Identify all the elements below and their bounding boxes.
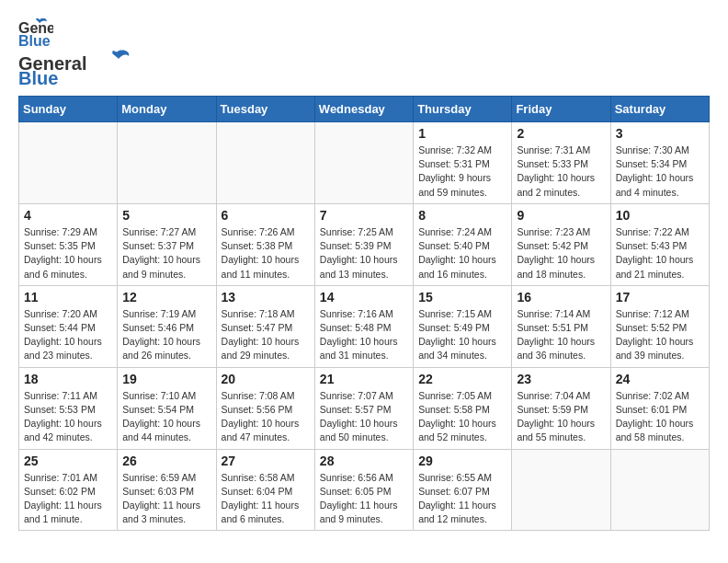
day-info: Sunrise: 7:30 AMSunset: 5:34 PMDaylight:…	[616, 144, 704, 200]
day-number: 22	[418, 372, 506, 386]
day-info: Sunrise: 7:24 AMSunset: 5:40 PMDaylight:…	[418, 225, 506, 282]
day-number: 26	[122, 454, 210, 468]
calendar-cell: 1Sunrise: 7:32 AMSunset: 5:31 PMDaylight…	[414, 122, 512, 204]
day-number: 23	[517, 372, 605, 386]
calendar-cell: 2Sunrise: 7:31 AMSunset: 5:33 PMDaylight…	[512, 122, 610, 204]
day-number: 9	[517, 208, 605, 223]
header: General Blue General Blue	[18, 18, 710, 86]
day-number: 14	[320, 290, 408, 304]
calendar-cell	[610, 449, 709, 531]
calendar-cell: 24Sunrise: 7:02 AMSunset: 6:01 PMDayligh…	[610, 367, 709, 449]
calendar-cell: 7Sunrise: 7:25 AMSunset: 5:39 PMDaylight…	[314, 203, 413, 285]
week-row-2: 4Sunrise: 7:29 AMSunset: 5:35 PMDaylight…	[19, 203, 710, 285]
day-number: 28	[320, 454, 408, 468]
logo: General Blue General Blue	[18, 18, 138, 86]
calendar-cell	[512, 449, 610, 531]
weekday-header-wednesday: Wednesday	[314, 97, 413, 122]
day-info: Sunrise: 7:23 AMSunset: 5:42 PMDaylight:…	[517, 225, 605, 282]
calendar-cell	[118, 122, 216, 204]
day-info: Sunrise: 7:15 AMSunset: 5:49 PMDaylight:…	[418, 307, 506, 363]
day-number: 4	[24, 208, 112, 223]
calendar-cell: 18Sunrise: 7:11 AMSunset: 5:53 PMDayligh…	[19, 367, 118, 449]
day-info: Sunrise: 7:04 AMSunset: 5:59 PMDaylight:…	[517, 389, 605, 445]
day-number: 27	[222, 454, 310, 468]
day-number: 6	[222, 208, 310, 223]
week-row-1: 1Sunrise: 7:32 AMSunset: 5:31 PMDaylight…	[19, 122, 710, 204]
calendar-cell: 6Sunrise: 7:26 AMSunset: 5:38 PMDaylight…	[216, 203, 314, 285]
calendar-cell: 20Sunrise: 7:08 AMSunset: 5:56 PMDayligh…	[216, 367, 314, 449]
day-info: Sunrise: 7:20 AMSunset: 5:44 PMDaylight:…	[24, 307, 112, 363]
day-number: 19	[122, 372, 210, 386]
calendar-cell: 11Sunrise: 7:20 AMSunset: 5:44 PMDayligh…	[19, 285, 118, 367]
day-info: Sunrise: 7:10 AMSunset: 5:54 PMDaylight:…	[122, 389, 210, 445]
calendar-cell: 29Sunrise: 6:55 AMSunset: 6:07 PMDayligh…	[414, 449, 512, 531]
day-info: Sunrise: 7:11 AMSunset: 5:53 PMDaylight:…	[24, 389, 112, 445]
calendar-cell: 19Sunrise: 7:10 AMSunset: 5:54 PMDayligh…	[118, 367, 216, 449]
calendar-cell	[19, 122, 118, 204]
day-number: 18	[24, 372, 112, 386]
day-info: Sunrise: 7:19 AMSunset: 5:46 PMDaylight:…	[122, 307, 210, 363]
calendar-cell: 4Sunrise: 7:29 AMSunset: 5:35 PMDaylight…	[19, 203, 118, 285]
calendar-cell: 27Sunrise: 6:58 AMSunset: 6:04 PMDayligh…	[216, 449, 314, 531]
calendar-cell: 14Sunrise: 7:16 AMSunset: 5:48 PMDayligh…	[314, 285, 413, 367]
day-number: 1	[418, 126, 506, 141]
day-info: Sunrise: 6:58 AMSunset: 6:04 PMDaylight:…	[222, 471, 310, 527]
week-row-5: 25Sunrise: 7:01 AMSunset: 6:02 PMDayligh…	[19, 449, 710, 531]
day-info: Sunrise: 7:02 AMSunset: 6:01 PMDaylight:…	[616, 389, 704, 445]
day-info: Sunrise: 6:55 AMSunset: 6:07 PMDaylight:…	[418, 471, 506, 527]
day-info: Sunrise: 7:29 AMSunset: 5:35 PMDaylight:…	[24, 225, 112, 282]
day-info: Sunrise: 7:01 AMSunset: 6:02 PMDaylight:…	[24, 471, 112, 527]
calendar-cell: 13Sunrise: 7:18 AMSunset: 5:47 PMDayligh…	[216, 285, 314, 367]
calendar-cell: 8Sunrise: 7:24 AMSunset: 5:40 PMDaylight…	[414, 203, 512, 285]
calendar-cell: 25Sunrise: 7:01 AMSunset: 6:02 PMDayligh…	[19, 449, 118, 531]
calendar-cell: 23Sunrise: 7:04 AMSunset: 5:59 PMDayligh…	[512, 367, 610, 449]
weekday-header-row: SundayMondayTuesdayWednesdayThursdayFrid…	[19, 97, 710, 122]
day-number: 20	[222, 372, 310, 386]
calendar-cell: 17Sunrise: 7:12 AMSunset: 5:52 PMDayligh…	[610, 285, 709, 367]
day-info: Sunrise: 7:07 AMSunset: 5:57 PMDaylight:…	[320, 389, 408, 445]
day-info: Sunrise: 7:05 AMSunset: 5:58 PMDaylight:…	[418, 389, 506, 445]
svg-text:Blue: Blue	[18, 68, 58, 86]
day-info: Sunrise: 6:59 AMSunset: 6:03 PMDaylight:…	[122, 471, 210, 527]
day-info: Sunrise: 7:16 AMSunset: 5:48 PMDaylight:…	[320, 307, 408, 363]
day-info: Sunrise: 7:18 AMSunset: 5:47 PMDaylight:…	[222, 307, 310, 363]
day-info: Sunrise: 7:14 AMSunset: 5:51 PMDaylight:…	[517, 307, 605, 363]
calendar-cell: 15Sunrise: 7:15 AMSunset: 5:49 PMDayligh…	[414, 285, 512, 367]
calendar-cell: 28Sunrise: 6:56 AMSunset: 6:05 PMDayligh…	[314, 449, 413, 531]
day-number: 21	[320, 372, 408, 386]
day-number: 16	[517, 290, 605, 304]
weekday-header-thursday: Thursday	[414, 97, 512, 122]
day-number: 15	[418, 290, 506, 304]
day-number: 8	[418, 208, 506, 223]
calendar-cell: 26Sunrise: 6:59 AMSunset: 6:03 PMDayligh…	[118, 449, 216, 531]
day-number: 10	[616, 208, 704, 223]
day-number: 24	[616, 372, 704, 386]
logo-full: General Blue	[18, 50, 138, 86]
day-info: Sunrise: 7:27 AMSunset: 5:37 PMDaylight:…	[122, 225, 210, 282]
day-number: 7	[320, 208, 408, 223]
day-number: 11	[24, 290, 112, 304]
logo-icon: General Blue	[18, 18, 53, 48]
day-info: Sunrise: 6:56 AMSunset: 6:05 PMDaylight:…	[320, 471, 408, 527]
calendar-cell: 5Sunrise: 7:27 AMSunset: 5:37 PMDaylight…	[118, 203, 216, 285]
day-number: 3	[616, 126, 704, 141]
day-number: 5	[122, 208, 210, 223]
calendar-cell: 21Sunrise: 7:07 AMSunset: 5:57 PMDayligh…	[314, 367, 413, 449]
day-number: 2	[517, 126, 605, 141]
calendar-cell	[216, 122, 314, 204]
calendar-cell: 10Sunrise: 7:22 AMSunset: 5:43 PMDayligh…	[610, 203, 709, 285]
calendar-cell	[314, 122, 413, 204]
weekday-header-sunday: Sunday	[19, 97, 118, 122]
day-number: 12	[122, 290, 210, 304]
week-row-3: 11Sunrise: 7:20 AMSunset: 5:44 PMDayligh…	[19, 285, 710, 367]
calendar-cell: 3Sunrise: 7:30 AMSunset: 5:34 PMDaylight…	[610, 122, 709, 204]
day-info: Sunrise: 7:31 AMSunset: 5:33 PMDaylight:…	[517, 144, 605, 200]
day-info: Sunrise: 7:32 AMSunset: 5:31 PMDaylight:…	[418, 144, 506, 200]
day-number: 25	[24, 454, 112, 468]
day-info: Sunrise: 7:08 AMSunset: 5:56 PMDaylight:…	[222, 389, 310, 445]
calendar: SundayMondayTuesdayWednesdayThursdayFrid…	[18, 96, 710, 531]
weekday-header-friday: Friday	[512, 97, 610, 122]
day-info: Sunrise: 7:22 AMSunset: 5:43 PMDaylight:…	[616, 225, 704, 282]
calendar-cell: 9Sunrise: 7:23 AMSunset: 5:42 PMDaylight…	[512, 203, 610, 285]
day-info: Sunrise: 7:26 AMSunset: 5:38 PMDaylight:…	[222, 225, 310, 282]
